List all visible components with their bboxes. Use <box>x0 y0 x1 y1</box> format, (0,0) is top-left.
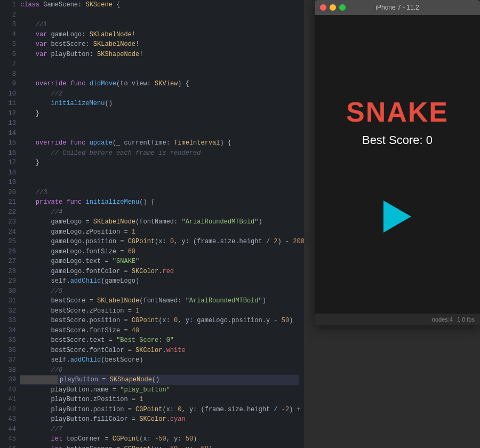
code-line: override func update(_ currentTime: Time… <box>20 138 299 148</box>
code-line: self.addChild(gameLogo) <box>20 276 299 286</box>
code-line: bestScore.fontColor = SKColor.white <box>20 346 299 356</box>
simulator-title: iPhone 7 - 11.2 <box>375 4 419 11</box>
best-score-label: Best Score: 0 <box>362 133 433 147</box>
code-line: playButton.name = "play_button" <box>20 385 299 395</box>
code-line: playButton.fillColor = SKColor.cyan <box>20 414 299 425</box>
code-line: gameLogo.zPosition = 1 <box>20 227 299 237</box>
code-line: bestScore.position = CGPoint(x: 0, y: ga… <box>20 316 299 326</box>
code-line: bestScore.zPosition = 1 <box>20 306 299 316</box>
code-line: self.addChild(bestScore) <box>20 355 299 365</box>
fps-count: 1.0 fps <box>457 316 475 323</box>
maximize-button[interactable] <box>339 4 346 11</box>
simulator-status-bar: nodes:4 1.0 fps <box>315 314 480 325</box>
code-line: bestScore.text = "Best Score: 0" <box>20 335 299 346</box>
code-line: let bottomCorner = CGPoint(x: -50, y: -5… <box>20 444 299 449</box>
line-numbers: 1 2 3 4 5 6 7 8 9 10 11 12 13 14 15 16 1… <box>0 0 20 448</box>
code-text[interactable]: class GameScene: SKScene { //1 var gameL… <box>20 0 304 448</box>
code-line: gameLogo.position = CGPoint(x: 0, y: (fr… <box>20 237 299 247</box>
code-line: playButton = SKShapeNode() <box>20 375 299 385</box>
code-line <box>20 59 299 69</box>
code-line <box>20 129 299 139</box>
code-line <box>20 118 299 129</box>
code-line: gameLogo = SKLabelNode(fontNamed: "Arial… <box>20 217 299 227</box>
code-line: bestScore.fontSize = 40 <box>20 326 299 336</box>
code-line: // Called before each frame is rendered <box>20 148 299 158</box>
code-line: playButton.zPosition = 1 <box>20 395 299 405</box>
traffic-lights <box>320 4 346 11</box>
code-line: } <box>20 158 299 168</box>
simulator-window: iPhone 7 - 11.2 SNAKE Best Score: 0 node… <box>315 0 480 325</box>
simulator-titlebar: iPhone 7 - 11.2 <box>315 0 480 15</box>
code-line <box>20 10 299 20</box>
code-line: //2 <box>20 89 299 99</box>
code-line: bestScore = SKLabelNode(fontNamed: "Aria… <box>20 296 299 306</box>
close-button[interactable] <box>320 4 326 11</box>
code-line: gameLogo.text = "SNAKE" <box>20 257 299 267</box>
code-line: //4 <box>20 207 299 218</box>
code-line: let topCorner = CGPoint(x: -50, y: 50) <box>20 434 299 444</box>
simulator-panel: iPhone 7 - 11.2 SNAKE Best Score: 0 node… <box>304 0 480 448</box>
code-line: gameLogo.fontColor = SKColor.red <box>20 267 299 277</box>
code-line: private func initializeMenu() { <box>20 197 299 207</box>
code-line <box>20 69 299 79</box>
code-line: //1 <box>20 20 299 30</box>
code-line: var bestScore: SKLabelNode! <box>20 39 299 50</box>
code-line <box>20 168 299 178</box>
code-line: var playButton: SKShapeNode! <box>20 50 299 60</box>
code-line: //6 <box>20 365 299 375</box>
code-line: initializeMenu() <box>20 99 299 109</box>
minimize-button[interactable] <box>330 4 336 11</box>
phone-screen: SNAKE Best Score: 0 <box>315 15 480 314</box>
game-title: SNAKE <box>346 96 449 128</box>
code-line: class GameScene: SKScene { <box>20 0 299 10</box>
code-line: //7 <box>20 425 299 435</box>
code-line: gameLogo.fontSize = 60 <box>20 247 299 257</box>
code-line: //3 <box>20 188 299 198</box>
play-button-triangle[interactable] <box>383 201 411 233</box>
code-line: override func didMove(to view: SKView) { <box>20 79 299 89</box>
code-line: var gameLogo: SKLabelNode! <box>20 30 299 40</box>
nodes-count: nodes:4 <box>432 316 453 323</box>
code-line <box>20 178 299 188</box>
code-line: } <box>20 109 299 119</box>
code-line: playButton.position = CGPoint(x: 0, y: (… <box>20 405 299 415</box>
code-editor[interactable]: 1 2 3 4 5 6 7 8 9 10 11 12 13 14 15 16 1… <box>0 0 304 448</box>
code-line: //5 <box>20 286 299 297</box>
